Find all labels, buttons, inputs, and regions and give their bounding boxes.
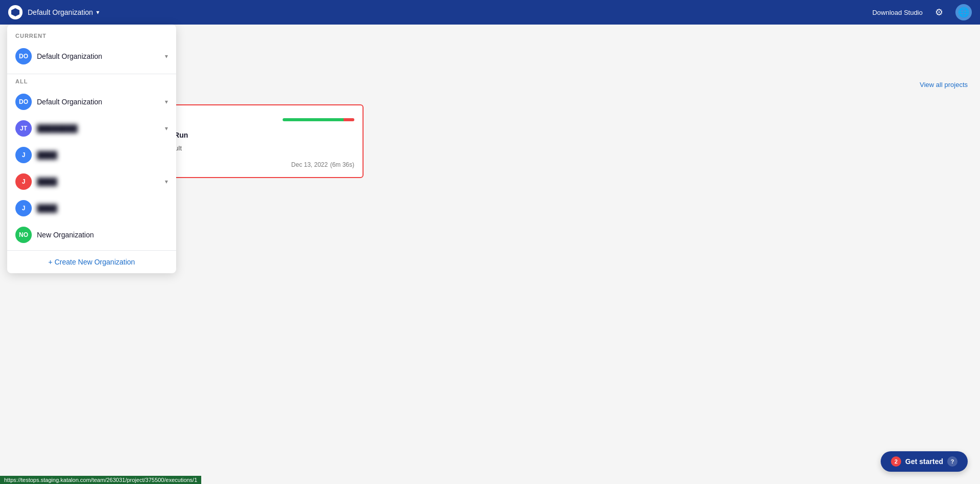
settings-icon[interactable]: ⚙ bbox=[931, 4, 947, 20]
org-avatar-no: NO bbox=[15, 227, 32, 243]
user-avatar[interactable]: 🌐 bbox=[955, 4, 972, 20]
org-avatar-j1: J bbox=[15, 147, 32, 163]
current-org-chevron-icon: ▾ bbox=[165, 53, 168, 60]
current-section-label: CURRENT bbox=[7, 33, 176, 43]
org-name-j1: ████ bbox=[37, 151, 168, 159]
org-avatar-do: DO bbox=[15, 94, 32, 110]
org-dropdown: CURRENT DO Default Organization ▾ ALL DO… bbox=[7, 25, 176, 273]
dropdown-divider-1 bbox=[7, 74, 176, 74]
current-org-name: Default Organization bbox=[37, 52, 160, 60]
get-started-label: Get started bbox=[905, 457, 943, 466]
org-item-no[interactable]: NO New Organization bbox=[7, 222, 176, 248]
status-url: https://testops.staging.katalon.com/team… bbox=[4, 477, 197, 483]
org-avatar-jt: JT bbox=[15, 120, 32, 137]
org-name-j3: ████ bbox=[37, 204, 168, 212]
status-bar: https://testops.staging.katalon.com/team… bbox=[0, 476, 201, 484]
org-item-j1[interactable]: J ████ bbox=[7, 142, 176, 168]
create-org-label: + Create New Organization bbox=[48, 258, 135, 266]
create-org-button[interactable]: + Create New Organization bbox=[7, 250, 176, 273]
org-name-jt: ████████ bbox=[37, 124, 160, 133]
org-avatar-j3: J bbox=[15, 200, 32, 216]
org-chevron-jt-icon: ▾ bbox=[165, 125, 168, 132]
org-chevron-j2-icon: ▾ bbox=[165, 178, 168, 185]
header: Default Organization ▾ Download Studio ⚙… bbox=[0, 0, 980, 25]
card2-progress-green bbox=[283, 118, 344, 121]
card2-progress-bar bbox=[283, 118, 354, 121]
card2-progress-red bbox=[344, 118, 354, 121]
all-section-label: ALL bbox=[7, 78, 176, 89]
org-chevron-do-icon: ▾ bbox=[165, 98, 168, 105]
org-name-no: New Organization bbox=[37, 231, 168, 239]
org-item-j2[interactable]: J ████ ▾ bbox=[7, 168, 176, 195]
download-studio-link[interactable]: Download Studio bbox=[872, 9, 923, 16]
org-item-jt[interactable]: JT ████████ ▾ bbox=[7, 115, 176, 142]
card2-date: Dec 13, 2022 bbox=[291, 161, 328, 168]
chevron-down-icon: ▾ bbox=[96, 9, 99, 16]
header-right: Download Studio ⚙ 🌐 bbox=[872, 4, 972, 20]
get-started-question-icon: ? bbox=[947, 456, 957, 467]
org-name-j2: ████ bbox=[37, 178, 160, 186]
org-avatar-j2: J bbox=[15, 173, 32, 190]
logo-icon bbox=[11, 8, 19, 16]
org-name-label: Default Organization bbox=[28, 8, 93, 16]
current-org-avatar: DO bbox=[15, 48, 32, 64]
org-selector-button[interactable]: Default Organization ▾ bbox=[28, 8, 99, 16]
get-started-badge: 2 bbox=[891, 456, 901, 467]
org-item-do[interactable]: DO Default Organization ▾ bbox=[7, 89, 176, 115]
current-org-item[interactable]: DO Default Organization ▾ bbox=[7, 43, 176, 70]
org-name-do: Default Organization bbox=[37, 98, 160, 106]
org-item-j3[interactable]: J ████ bbox=[7, 195, 176, 222]
card2-duration: (6m 36s) bbox=[330, 161, 354, 168]
logo bbox=[8, 5, 23, 19]
view-all-projects-link[interactable]: View all projects bbox=[920, 81, 968, 89]
get-started-button[interactable]: 2 Get started ? bbox=[881, 451, 968, 472]
